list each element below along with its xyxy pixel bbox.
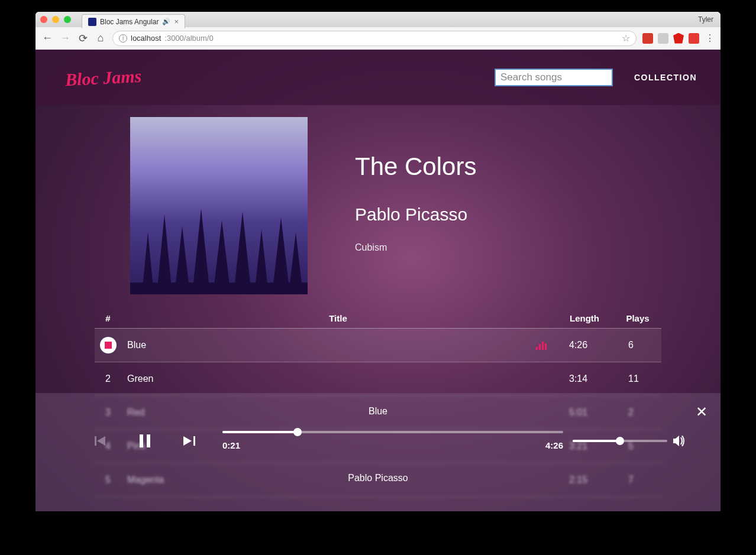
svg-rect-13 [147,434,150,447]
seek-thumb[interactable] [293,428,302,436]
maximize-window-button[interactable] [64,16,71,23]
track-title: Green [121,374,555,384]
volume-bar[interactable] [573,440,667,442]
tab-title: Bloc Jams Angular [100,18,159,26]
extension-icon[interactable] [658,33,668,44]
angular-extension-icon[interactable] [673,33,684,44]
track-header-row: # Title Length Plays [95,309,661,329]
svg-marker-16 [673,436,679,446]
player-song-title: Blue [35,393,721,417]
adblock-extension-icon[interactable] [642,33,653,44]
back-button[interactable]: ← [41,33,53,44]
player-controls: 0:21 4:26 [35,417,721,450]
extension-icons [642,33,699,44]
browser-toolbar: ← → ⟳ ⌂ i localhost:3000/album/0 ☆ ⋮ [35,27,721,50]
svg-rect-12 [140,434,143,447]
next-button[interactable] [183,436,195,446]
address-bar[interactable]: i localhost:3000/album/0 ☆ [112,31,637,46]
url-host: localhost [131,34,161,43]
player-bar: ✕ Blue 0:21 [35,393,721,511]
track-row[interactable]: 2Green3:1411 [95,362,661,396]
album-title: The Colors [355,152,476,181]
svg-marker-3 [192,209,210,294]
svg-rect-15 [193,436,195,446]
track-length: 4:26 [555,340,614,350]
forward-button[interactable]: → [59,33,71,44]
header-length: Length [555,313,614,323]
volume-fill [573,440,620,442]
search-placeholder: Search songs [500,72,562,83]
seek-area: 0:21 4:26 [222,431,563,450]
volume-icon[interactable] [673,436,685,446]
now-playing-icon [536,341,547,350]
album-info: The Colors Pablo Picasso Cubism [355,117,476,294]
svg-marker-1 [157,215,172,294]
total-time: 4:26 [545,440,563,450]
close-window-button[interactable] [40,16,47,23]
header-title: Title [121,313,555,323]
svg-marker-5 [234,212,251,294]
svg-rect-9 [130,283,308,294]
seek-fill [222,431,298,433]
home-button[interactable]: ⌂ [95,33,106,44]
album-artist: Pablo Picasso [355,205,476,225]
stop-button[interactable] [100,337,117,353]
previous-button[interactable] [95,436,106,446]
browser-menu-button[interactable]: ⋮ [705,33,715,44]
browser-window: Bloc Jams Angular 🔊 × Tyler ← → ⟳ ⌂ i lo… [35,12,721,511]
extension-icon[interactable] [689,33,699,44]
url-path: :3000/album/0 [164,34,213,43]
track-length: 3:14 [555,374,614,384]
reload-button[interactable]: ⟳ [77,33,89,44]
header-plays: Plays [614,313,661,323]
track-number: 2 [95,374,121,384]
elapsed-time: 0:21 [222,440,240,450]
track-title: Blue [121,340,555,350]
minimize-window-button[interactable] [52,16,59,23]
player-close-button[interactable]: ✕ [696,404,707,420]
window-controls [40,16,71,23]
svg-marker-11 [97,436,105,446]
site-info-icon[interactable]: i [119,34,127,43]
player-artist: Pablo Picasso [35,450,721,483]
track-plays: 11 [614,374,661,384]
collection-link[interactable]: COLLECTION [634,73,697,82]
track-plays: 6 [614,340,661,350]
volume-area [573,436,685,446]
volume-thumb[interactable] [616,437,624,445]
search-input[interactable]: Search songs [495,69,613,86]
navbar: Bloc Jams Search songs COLLECTION [35,50,721,105]
svg-rect-10 [95,436,96,446]
track-number [95,337,121,353]
seek-bar[interactable] [222,431,563,433]
track-row[interactable]: Blue4:266 [95,329,661,362]
logo[interactable]: Bloc Jams [64,67,141,87]
pause-button[interactable] [140,434,150,447]
album-section: The Colors Pablo Picasso Cubism [35,105,721,294]
bookmark-star-icon[interactable]: ☆ [622,33,630,44]
tab-close-button[interactable]: × [174,17,179,26]
seek-times: 0:21 4:26 [222,440,563,450]
profile-label[interactable]: Tyler [698,15,713,24]
album-label: Cubism [355,242,476,253]
svg-marker-14 [183,436,192,446]
audio-indicator-icon[interactable]: 🔊 [162,18,170,25]
titlebar: Bloc Jams Angular 🔊 × Tyler [35,12,721,27]
page-content: Bloc Jams Search songs COLLECTION [35,50,721,511]
album-art-trees [130,197,308,294]
album-art [130,117,308,294]
favicon-icon [88,18,96,26]
browser-tab[interactable]: Bloc Jams Angular 🔊 × [82,14,185,28]
header-number: # [95,313,121,323]
